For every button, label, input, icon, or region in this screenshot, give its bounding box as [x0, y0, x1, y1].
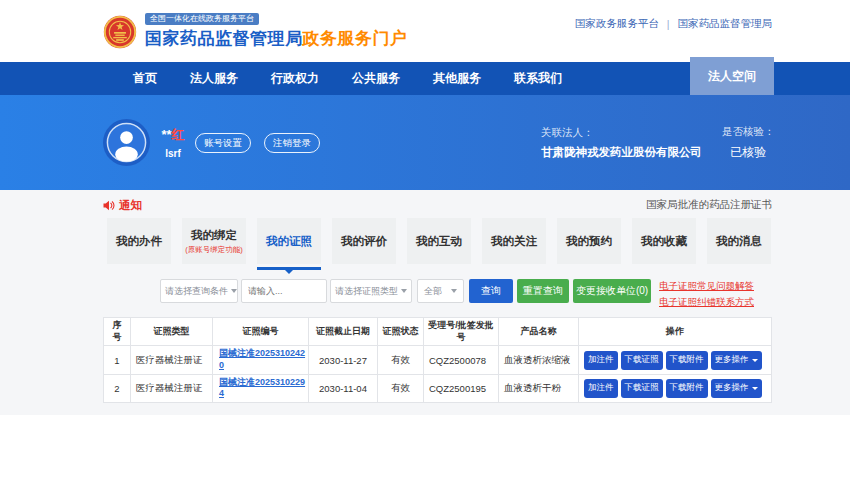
nav-public-services[interactable]: 公共服务 [352, 70, 400, 87]
cell-cert-type: 医疗器械注册证 [131, 346, 213, 374]
tab-my-items[interactable]: 我的办件 [107, 218, 171, 264]
account-settings-button[interactable]: 账号设置 [195, 133, 251, 153]
notice-link[interactable]: 国家局批准的药品注册证书 [646, 198, 772, 212]
link-separator: | [667, 18, 670, 30]
legal-person-label: 关联法人： [541, 126, 702, 140]
cell-acceptance: CQZ2500078 [424, 346, 499, 374]
add-note-button[interactable]: 加注件 [584, 351, 618, 370]
tab-my-follows[interactable]: 我的关注 [482, 218, 546, 264]
speaker-icon [103, 200, 115, 211]
cell-expiry: 2030-11-27 [309, 346, 378, 374]
tab-my-messages[interactable]: 我的消息 [707, 218, 771, 264]
chevron-down-icon [401, 289, 407, 293]
chevron-down-icon [231, 289, 237, 293]
cell-product: 血液透析干粉 [499, 374, 579, 402]
cell-acceptance: CQZ2500195 [424, 374, 499, 402]
cell-actions: 加注件 下载证照 下载附件 更多操作 [579, 346, 772, 374]
contact-link[interactable]: 电子证照纠错联系方式 [659, 296, 754, 309]
more-actions-label: 更多操作 [715, 354, 749, 366]
faq-link[interactable]: 电子证照常见问题解答 [659, 280, 754, 293]
more-actions-button[interactable]: 更多操作 [711, 351, 762, 370]
download-cert-button[interactable]: 下载证照 [621, 351, 663, 370]
certificates-table: 序号 证照类型 证照编号 证照截止日期 证照状态 受理号/批签发批号 产品名称 … [103, 317, 772, 403]
tab-label: 我的关注 [491, 234, 537, 249]
download-attachment-button[interactable]: 下载附件 [666, 351, 708, 370]
col-product: 产品名称 [499, 318, 579, 346]
cert-number-link[interactable]: 国械注准20253102420 [219, 348, 306, 371]
user-login-id: lsrf [158, 148, 188, 159]
tab-my-interaction[interactable]: 我的互动 [407, 218, 471, 264]
table-row: 2 医疗器械注册证 国械注准20253102294 2030-11-04 有效 … [104, 374, 772, 402]
change-receiver-button[interactable]: 变更接收单位(0) [573, 279, 651, 303]
tab-label: 我的互动 [416, 234, 462, 249]
tab-label: 我的消息 [716, 234, 762, 249]
cell-cert-number: 国械注准20253102294 [213, 374, 309, 402]
reset-button[interactable]: 重置查询 [517, 279, 569, 303]
nav-home[interactable]: 首页 [133, 70, 157, 87]
add-note-button[interactable]: 加注件 [584, 379, 618, 398]
help-links: 电子证照常见问题解答 电子证照纠错联系方式 [659, 279, 754, 309]
main-nav: 首页 法人服务 行政权力 公共服务 其他服务 联系我们 法人空间 [0, 62, 850, 95]
verify-status: 已核验 [722, 144, 775, 161]
tab-label: 我的办件 [116, 234, 162, 249]
nav-other-services[interactable]: 其他服务 [433, 70, 481, 87]
table-row: 1 医疗器械注册证 国械注准20253102420 2030-11-27 有效 … [104, 346, 772, 374]
download-attachment-button[interactable]: 下载附件 [666, 379, 708, 398]
col-acceptance: 受理号/批签发批号 [424, 318, 499, 346]
cell-status: 有效 [378, 346, 424, 374]
site-title-secondary: 政务服务门户 [303, 29, 408, 48]
tab-my-binding[interactable]: 我的绑定(原账号绑定功能) [182, 218, 246, 264]
tab-my-evaluation[interactable]: 我的评价 [332, 218, 396, 264]
link-national-gov-platform[interactable]: 国家政务服务平台 [575, 17, 659, 31]
col-cert-type: 证照类型 [131, 318, 213, 346]
cell-actions: 加注件 下载证照 下载附件 更多操作 [579, 374, 772, 402]
col-expiry: 证照截止日期 [309, 318, 378, 346]
download-cert-button[interactable]: 下载证照 [621, 379, 663, 398]
site-title: 国家药品监督管理局政务服务门户 [145, 27, 408, 50]
col-status: 证照状态 [378, 318, 424, 346]
link-nmpa[interactable]: 国家药品监督管理局 [678, 17, 773, 31]
nav-administrative-power[interactable]: 行政权力 [271, 70, 319, 87]
tab-label: 我的评价 [341, 234, 387, 249]
user-display-name: **红 [158, 126, 188, 144]
cell-expiry: 2030-11-04 [309, 374, 378, 402]
tab-my-certificates[interactable]: 我的证照 [257, 218, 321, 264]
notice-label: 通知 [119, 198, 142, 213]
cell-index: 2 [104, 374, 131, 402]
cell-status: 有效 [378, 374, 424, 402]
site-title-primary: 国家药品监督管理局 [145, 29, 303, 48]
tab-label: 我的收藏 [641, 234, 687, 249]
cert-type-select[interactable]: 请选择证照类型 [330, 279, 412, 303]
condition-select[interactable]: 请选择查询条件 [160, 279, 238, 303]
condition-select-value: 请选择查询条件 [165, 285, 228, 298]
cell-product: 血液透析浓缩液 [499, 346, 579, 374]
user-avatar[interactable] [103, 119, 150, 166]
tab-my-appointments[interactable]: 我的预约 [557, 218, 621, 264]
legal-person-info: 关联法人： 甘肃陇神戎发药业股份有限公司 [541, 126, 702, 160]
logout-button[interactable]: 注销登录 [264, 133, 320, 153]
user-name-block: **红 lsrf [158, 126, 188, 159]
more-actions-button[interactable]: 更多操作 [711, 379, 762, 398]
tab-sub-label: (原账号绑定功能) [185, 245, 243, 255]
cell-index: 1 [104, 346, 131, 374]
keyword-input[interactable] [241, 279, 327, 303]
cert-number-link[interactable]: 国械注准20253102294 [219, 377, 306, 400]
tab-my-favorites[interactable]: 我的收藏 [632, 218, 696, 264]
col-actions: 操作 [579, 318, 772, 346]
verify-label: 是否核验： [722, 125, 775, 139]
verify-info: 是否核验： 已核验 [722, 125, 775, 161]
cell-cert-type: 医疗器械注册证 [131, 374, 213, 402]
notice-bar: 通知 国家局批准的药品注册证书 [103, 190, 772, 214]
scope-select[interactable]: 全部 [417, 279, 464, 303]
table-header-row: 序号 证照类型 证照编号 证照截止日期 证照状态 受理号/批签发批号 产品名称 … [104, 318, 772, 346]
legal-person-space-button[interactable]: 法人空间 [690, 57, 774, 95]
filter-bar: 请选择查询条件 请选择证照类型 全部 查询 重置查询 变更接收单位(0) 电子证… [103, 279, 772, 309]
chevron-down-icon [752, 359, 758, 362]
legal-person-name: 甘肃陇神戎发药业股份有限公司 [541, 145, 702, 160]
nav-legal-services[interactable]: 法人服务 [190, 70, 238, 87]
user-banner: **红 lsrf 账号设置 注销登录 关联法人： 甘肃陇神戎发药业股份有限公司 … [0, 95, 850, 190]
user-name-char: 红 [172, 127, 185, 142]
nav-contact-us[interactable]: 联系我们 [514, 70, 562, 87]
scope-select-value: 全部 [424, 285, 442, 298]
search-button[interactable]: 查询 [469, 279, 513, 303]
